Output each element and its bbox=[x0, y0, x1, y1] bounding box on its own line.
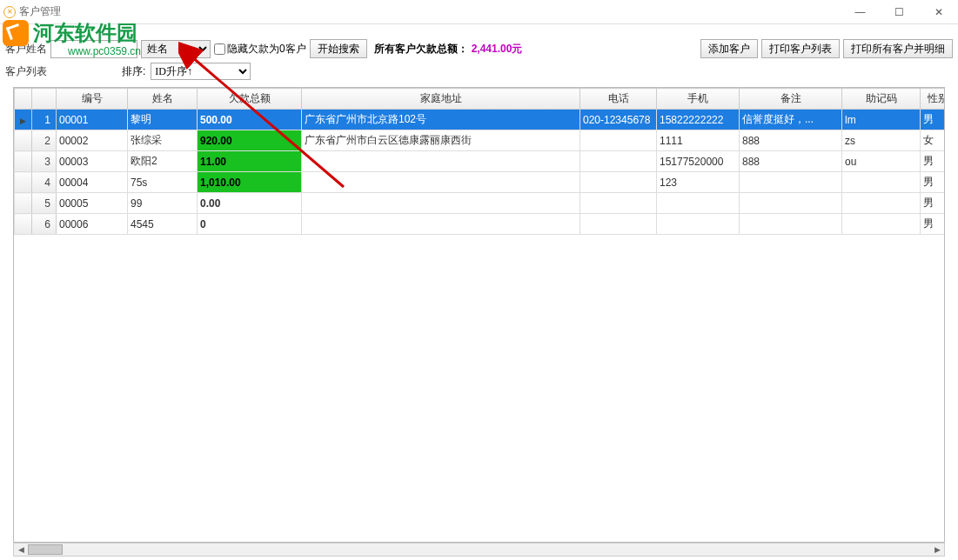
cell-name[interactable]: 欧阳2 bbox=[128, 151, 198, 172]
cell-code[interactable]: ou bbox=[842, 151, 921, 172]
scroll-left-arrow[interactable]: ◀ bbox=[14, 543, 28, 556]
search-field-select[interactable]: 姓名 bbox=[141, 40, 211, 58]
col-remark[interactable]: 备注 bbox=[740, 89, 842, 110]
add-customer-button[interactable]: 添加客户 bbox=[700, 39, 758, 58]
cell-address[interactable]: 广东省广州市白云区德康露丽康西街 bbox=[302, 130, 580, 151]
cell-phone[interactable] bbox=[580, 151, 657, 172]
close-button[interactable]: ✕ bbox=[919, 0, 958, 24]
customer-name-input[interactable] bbox=[50, 40, 137, 58]
cell-amount[interactable]: 500.00 bbox=[198, 110, 302, 130]
cell-gender[interactable]: 男 bbox=[921, 193, 946, 214]
cell-phone[interactable] bbox=[580, 214, 657, 235]
cell-amount[interactable]: 1,010.00 bbox=[198, 172, 302, 193]
cell-name[interactable]: 张综采 bbox=[128, 130, 198, 151]
cell-remark[interactable]: 信誉度挺好，... bbox=[740, 110, 842, 130]
row-indicator bbox=[15, 110, 32, 130]
cell-name[interactable]: 99 bbox=[128, 193, 198, 214]
total-value: 2,441.00元 bbox=[472, 42, 523, 57]
col-indicator bbox=[15, 89, 32, 110]
table-row[interactable]: 40000475s1,010.00123男 bbox=[15, 172, 946, 193]
table-row[interactable]: 200002张综采920.00广东省广州市白云区德康露丽康西街1111888zs… bbox=[15, 130, 946, 151]
table-row[interactable]: 100001黎明500.00广东省广州市北京路102号020-123456781… bbox=[15, 110, 946, 130]
sort-select[interactable]: ID升序↑ bbox=[151, 63, 251, 80]
cell-id[interactable]: 00003 bbox=[57, 151, 128, 172]
cell-name[interactable]: 4545 bbox=[128, 214, 198, 235]
cell-id[interactable]: 00001 bbox=[57, 110, 128, 130]
col-amount[interactable]: 欠款总额 bbox=[198, 89, 302, 110]
col-mobile[interactable]: 手机 bbox=[657, 89, 740, 110]
cell-phone[interactable] bbox=[580, 130, 657, 151]
cell-gender[interactable]: 女 bbox=[921, 130, 946, 151]
cell-gender[interactable]: 男 bbox=[921, 151, 946, 172]
cell-id[interactable]: 00002 bbox=[57, 130, 128, 151]
cell-code[interactable] bbox=[842, 214, 921, 235]
cell-remark[interactable]: 888 bbox=[740, 130, 842, 151]
grid-header-row: 编号 姓名 欠款总额 家庭地址 电话 手机 备注 助记码 性别 bbox=[15, 89, 946, 110]
row-indicator bbox=[15, 172, 32, 193]
cell-mobile[interactable]: 15822222222 bbox=[657, 110, 740, 130]
cell-remark[interactable] bbox=[740, 214, 842, 235]
cell-id[interactable]: 00005 bbox=[57, 193, 128, 214]
row-number: 3 bbox=[32, 151, 57, 172]
cell-address[interactable]: 广东省广州市北京路102号 bbox=[302, 110, 580, 130]
cell-gender[interactable]: 男 bbox=[921, 214, 946, 235]
total-label: 所有客户欠款总额： bbox=[374, 42, 468, 57]
col-id[interactable]: 编号 bbox=[57, 89, 128, 110]
cell-id[interactable]: 00006 bbox=[57, 214, 128, 235]
toolbar: 客户姓名 姓名 隐藏欠款为0客户 开始搜索 所有客户欠款总额： 2,441.00… bbox=[0, 37, 958, 61]
cell-code[interactable]: lm bbox=[842, 110, 921, 130]
cell-mobile[interactable]: 15177520000 bbox=[657, 151, 740, 172]
cell-code[interactable] bbox=[842, 193, 921, 214]
print-list-button[interactable]: 打印客户列表 bbox=[761, 39, 840, 58]
cell-phone[interactable]: 020-12345678 bbox=[580, 110, 657, 130]
table-row[interactable]: 300003欧阳211.0015177520000888ou男 bbox=[15, 151, 946, 172]
cell-code[interactable]: zs bbox=[842, 130, 921, 151]
cell-address[interactable] bbox=[302, 172, 580, 193]
cell-amount[interactable]: 920.00 bbox=[198, 130, 302, 151]
col-name[interactable]: 姓名 bbox=[128, 89, 198, 110]
horizontal-scrollbar[interactable]: ◀ ▶ bbox=[13, 543, 945, 557]
scroll-right-arrow[interactable]: ▶ bbox=[930, 543, 944, 556]
col-code[interactable]: 助记码 bbox=[842, 89, 921, 110]
title-bar: 客户管理 — ☐ ✕ bbox=[0, 0, 958, 24]
cell-name[interactable]: 75s bbox=[128, 172, 198, 193]
search-button[interactable]: 开始搜索 bbox=[310, 39, 367, 58]
cell-address[interactable] bbox=[302, 193, 580, 214]
cell-amount[interactable]: 0 bbox=[198, 214, 302, 235]
cell-amount[interactable]: 0.00 bbox=[198, 193, 302, 214]
hide-zero-input[interactable] bbox=[214, 43, 225, 55]
cell-code[interactable] bbox=[842, 172, 921, 193]
col-address[interactable]: 家庭地址 bbox=[302, 89, 580, 110]
cell-name[interactable]: 黎明 bbox=[128, 110, 198, 130]
cell-mobile[interactable]: 1111 bbox=[657, 130, 740, 151]
customer-name-label: 客户姓名 bbox=[5, 42, 47, 57]
table-row[interactable]: 500005990.00男 bbox=[15, 193, 946, 214]
table-row[interactable]: 60000645450男 bbox=[15, 214, 946, 235]
minimize-button[interactable]: — bbox=[841, 0, 880, 24]
row-indicator bbox=[15, 130, 32, 151]
cell-remark[interactable]: 888 bbox=[740, 151, 842, 172]
cell-gender[interactable]: 男 bbox=[921, 110, 946, 130]
cell-mobile[interactable] bbox=[657, 193, 740, 214]
cell-phone[interactable] bbox=[580, 172, 657, 193]
scroll-track[interactable] bbox=[28, 543, 930, 556]
cell-amount[interactable]: 11.00 bbox=[198, 151, 302, 172]
print-all-button[interactable]: 打印所有客户并明细 bbox=[843, 39, 953, 58]
cell-mobile[interactable] bbox=[657, 214, 740, 235]
cell-mobile[interactable]: 123 bbox=[657, 172, 740, 193]
cell-address[interactable] bbox=[302, 214, 580, 235]
col-gender[interactable]: 性别 bbox=[921, 89, 946, 110]
customer-grid[interactable]: 编号 姓名 欠款总额 家庭地址 电话 手机 备注 助记码 性别 100001黎明… bbox=[13, 87, 945, 543]
cell-gender[interactable]: 男 bbox=[921, 172, 946, 193]
hide-zero-checkbox[interactable]: 隐藏欠款为0客户 bbox=[214, 42, 306, 57]
cell-remark[interactable] bbox=[740, 172, 842, 193]
cell-id[interactable]: 00004 bbox=[57, 172, 128, 193]
maximize-button[interactable]: ☐ bbox=[880, 0, 919, 24]
scroll-thumb[interactable] bbox=[28, 544, 63, 555]
cell-address[interactable] bbox=[302, 151, 580, 172]
window-title: 客户管理 bbox=[19, 4, 61, 19]
col-phone[interactable]: 电话 bbox=[580, 89, 657, 110]
cell-phone[interactable] bbox=[580, 193, 657, 214]
app-icon bbox=[3, 6, 16, 18]
cell-remark[interactable] bbox=[740, 193, 842, 214]
